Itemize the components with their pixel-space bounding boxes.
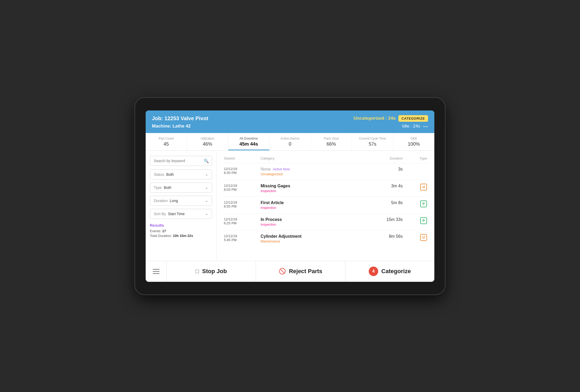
metric-label: Current Cycle Time	[354, 137, 391, 140]
job-title: Job: 12253 Valve Pivot	[152, 115, 208, 121]
search-input[interactable]	[150, 156, 212, 166]
chevron-down-icon: ⌄	[205, 212, 208, 216]
machine-label: Machine: Lathe 42	[152, 124, 191, 129]
metrics-bar: Part Count 45 Utilization 46% All Downti…	[146, 133, 434, 151]
metric-item[interactable]: All Downtime 45m 44s	[228, 133, 270, 150]
col-empty	[353, 155, 362, 163]
hamburger-icon	[153, 269, 160, 274]
event-category-cell: Missing Gages Inspection	[259, 180, 353, 197]
event-name: NoneActive Now	[261, 167, 351, 172]
table-row[interactable]: 12/12/19 5:45 PM Cylinder Adjustment Mai…	[222, 230, 429, 247]
metric-label: All Downtime	[230, 137, 267, 140]
event-type: U	[405, 180, 429, 197]
reject-parts-label: Reject Parts	[289, 268, 322, 275]
event-type	[405, 163, 429, 180]
header-right-top: Uncategorized : 24s CATEGORIZE	[354, 115, 428, 122]
metric-label: Active Alarms	[272, 137, 308, 140]
results-title: Results	[150, 223, 212, 227]
event-spacer	[353, 180, 362, 197]
tablet-shell: Job: 12253 Valve Pivot Uncategorized : 2…	[135, 98, 445, 294]
col-started: Started	[222, 155, 259, 163]
filter-row[interactable]: Type Both ⌄	[150, 183, 212, 193]
filter-row[interactable]: Duration Long ⌄	[150, 196, 212, 206]
categorize-label: Categorize	[381, 268, 411, 275]
metric-value: 45m 44s	[230, 141, 267, 147]
filter-row[interactable]: Status Both ⌄	[150, 169, 212, 179]
event-spacer	[353, 197, 362, 213]
table-row[interactable]: 12/12/19 8:03 PM Missing Gages Inspectio…	[222, 180, 429, 197]
event-name-text: In Process	[261, 217, 282, 222]
metric-value: 45	[148, 141, 184, 147]
col-duration: Duration	[362, 155, 405, 163]
categorize-badge: 4	[369, 267, 378, 276]
event-duration: 3m 4s	[362, 180, 405, 197]
event-date: 12/12/19 6:55 PM	[222, 197, 259, 213]
metric-item[interactable]: Utilization 46%	[187, 133, 228, 150]
event-date: 12/12/19 8:30 PM	[222, 163, 259, 180]
results-events: Events: 17	[150, 229, 212, 233]
search-icon: 🔍	[204, 158, 209, 163]
metric-item[interactable]: Active Alarms 0	[270, 133, 311, 150]
chevron-down-icon: ⌄	[205, 172, 208, 176]
filter-label: Type	[154, 186, 162, 190]
event-date: 12/12/19 6:25 PM	[222, 213, 259, 230]
stop-job-button[interactable]: □ Stop Job	[167, 261, 256, 282]
table-row[interactable]: 12/12/19 6:25 PM In Process Inspection 1…	[222, 213, 429, 230]
results-duration: Total Duration: 10h 33m 22s	[150, 234, 212, 238]
event-duration: 8m 56s	[362, 230, 405, 247]
metric-item[interactable]: Current Cycle Time 57s	[352, 133, 393, 150]
col-type: Type	[405, 155, 429, 163]
header-categorize-button[interactable]: CATEGORIZE	[398, 115, 428, 122]
stop-job-label: Stop Job	[202, 268, 227, 275]
total-duration: 10h 33m 22s	[173, 234, 193, 238]
metric-item[interactable]: OEE 100%	[393, 133, 434, 150]
table-row[interactable]: 12/12/19 6:55 PM First Article Inspectio…	[222, 197, 429, 213]
event-date: 12/12/19 8:03 PM	[222, 180, 259, 197]
reject-parts-icon: 🚫	[279, 268, 286, 275]
event-type: U	[405, 230, 429, 247]
menu-button[interactable]	[146, 261, 167, 282]
stop-job-icon: □	[196, 268, 199, 275]
hamburger-line	[153, 271, 160, 272]
active-now-label: Active Now	[273, 167, 290, 171]
metric-item[interactable]: Part Count 45	[146, 133, 187, 150]
event-category-cell: First Article Inspection	[259, 197, 353, 213]
filter-value: Long	[170, 199, 178, 203]
event-type: P	[405, 213, 429, 230]
event-name: In Process	[261, 217, 351, 222]
event-category-cell: Cylinder Adjustment Maintenance	[259, 230, 353, 247]
uncategorized-label: Uncategorized : 24s	[354, 116, 396, 121]
events-table: Started Category Duration Type 12/12/19 …	[222, 155, 429, 247]
metric-item[interactable]: Parts Goal 66%	[311, 133, 352, 150]
event-category: Uncategorized	[261, 172, 351, 176]
hamburger-line	[153, 269, 160, 270]
chevron-down-icon: ⌄	[205, 186, 208, 189]
sidebar: 🔍 Status Both ⌄ Type Both ⌄ Duration Lon…	[146, 151, 217, 261]
header: Job: 12253 Valve Pivot Uncategorized : 2…	[146, 110, 434, 133]
metric-value: 100%	[396, 141, 432, 147]
event-type: P	[405, 197, 429, 213]
categorize-button[interactable]: 4 Categorize	[345, 261, 434, 282]
idle-status: Idle : 24s —	[402, 123, 428, 129]
type-badge: P	[420, 200, 427, 207]
event-spacer	[353, 230, 362, 247]
event-spacer	[353, 213, 362, 230]
event-date: 12/12/19 5:45 PM	[222, 230, 259, 247]
search-wrap: 🔍	[150, 156, 212, 166]
events-panel: Started Category Duration Type 12/12/19 …	[217, 151, 434, 261]
event-category-cell: In Process Inspection	[259, 213, 353, 230]
metric-value: 66%	[313, 141, 350, 147]
table-row[interactable]: 12/12/19 8:30 PM NoneActive Now Uncatego…	[222, 163, 429, 180]
tablet-screen: Job: 12253 Valve Pivot Uncategorized : 2…	[146, 110, 434, 282]
event-name-text: None	[261, 167, 271, 172]
event-name-text: Cylinder Adjustment	[261, 234, 302, 239]
chevron-down-icon: ⌄	[205, 199, 208, 203]
type-badge: U	[420, 234, 427, 241]
filter-row[interactable]: Sort By Start Time ⌄	[150, 209, 212, 219]
metric-label: Parts Goal	[313, 137, 350, 140]
filter-label: Sort By	[154, 212, 166, 216]
event-category: Inspection	[261, 206, 351, 210]
filter-label: Status	[154, 172, 164, 177]
reject-parts-button[interactable]: 🚫 Reject Parts	[256, 261, 345, 282]
event-duration: 5m 8s	[362, 197, 405, 213]
